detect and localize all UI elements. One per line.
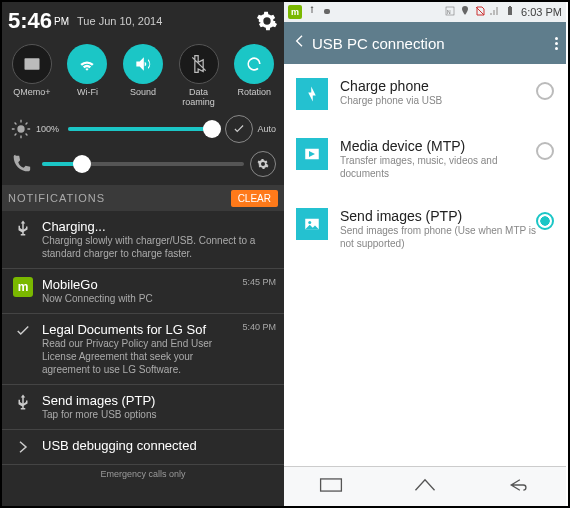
quick-toggle-row: QMemo+ Wi-Fi Sound Data roaming Rotation	[2, 40, 284, 109]
notification-panel: 5:46 PM Tue Jun 10, 2014 QMemo+ Wi-Fi So…	[2, 2, 284, 506]
notification-item[interactable]: m MobileGoNow Connecting with PC 5:45 PM	[2, 269, 284, 314]
option-title: Send images (PTP)	[340, 208, 536, 224]
notification-item[interactable]: Send images (PTP)Tap for more USB option…	[2, 385, 284, 430]
svg-point-9	[308, 221, 311, 224]
notif-title: MobileGo	[42, 277, 242, 292]
chevron-right-icon	[10, 438, 36, 456]
qmemo-toggle[interactable]: QMemo+	[6, 44, 58, 107]
svg-text:N: N	[447, 9, 451, 15]
phone-icon	[10, 153, 32, 175]
page-header: USB PC connection	[284, 22, 566, 64]
emergency-text: Emergency calls only	[2, 465, 284, 483]
overflow-menu-icon[interactable]	[555, 37, 558, 50]
status-time-right: 6:03 PM	[521, 6, 562, 18]
option-ptp[interactable]: Send images (PTP)Send images from phone …	[284, 194, 566, 264]
svg-rect-2	[324, 9, 330, 14]
notification-item[interactable]: USB debugging connected	[2, 430, 284, 465]
svg-rect-6	[509, 6, 511, 7]
wifi-toggle[interactable]: Wi-Fi	[61, 44, 113, 107]
volume-slider[interactable]	[42, 162, 244, 166]
auto-label: Auto	[257, 124, 276, 134]
media-icon	[296, 138, 328, 170]
back-button[interactable]	[506, 475, 532, 499]
notification-item[interactable]: Charging...Charging slowly with charger/…	[2, 211, 284, 269]
notif-title: Send images (PTP)	[42, 393, 276, 408]
mobilego-status-icon: m	[288, 5, 302, 19]
option-sub: Transfer images, music, videos and docum…	[340, 154, 536, 180]
usb-status-icon	[306, 5, 321, 19]
recent-apps-button[interactable]	[318, 475, 344, 499]
battery-status-icon	[504, 5, 519, 19]
auto-brightness-toggle[interactable]	[225, 115, 253, 143]
brightness-percent: 100%	[36, 124, 62, 134]
charge-icon	[296, 78, 328, 110]
radio-button[interactable]	[536, 212, 554, 230]
brightness-icon	[10, 118, 32, 140]
page-title: USB PC connection	[312, 35, 445, 52]
notifications-title: NOTIFICATIONS	[8, 192, 105, 204]
radio-button[interactable]	[536, 142, 554, 160]
notif-title: USB debugging connected	[42, 438, 276, 453]
sound-toggle[interactable]: Sound	[117, 44, 169, 107]
notif-timestamp: 5:45 PM	[242, 277, 276, 305]
data-roaming-toggle[interactable]: Data roaming	[173, 44, 225, 107]
option-title: Media device (MTP)	[340, 138, 536, 154]
check-icon	[10, 322, 36, 376]
image-icon	[296, 208, 328, 240]
option-sub: Charge phone via USB	[340, 94, 536, 107]
nfc-status-icon: N	[444, 5, 459, 19]
radio-button[interactable]	[536, 82, 554, 100]
status-bar-right: m N 6:03 PM	[284, 2, 566, 22]
signal-status-icon	[489, 5, 504, 19]
usb-settings-screen: m N 6:03 PM USB PC connection Charge pho…	[284, 2, 566, 506]
notification-item[interactable]: Legal Documents for LG SofRead our Priva…	[2, 314, 284, 385]
usb-icon	[10, 219, 36, 260]
option-sub: Send images from phone (Use when MTP is …	[340, 224, 536, 250]
location-status-icon	[459, 5, 474, 19]
status-ampm: PM	[54, 16, 69, 27]
home-button[interactable]	[412, 475, 438, 499]
usb-icon	[10, 393, 36, 421]
notif-sub: Now Connecting with PC	[42, 292, 242, 305]
option-title: Charge phone	[340, 78, 536, 94]
back-icon[interactable]	[292, 33, 308, 53]
status-time: 5:46	[8, 8, 52, 34]
no-sim-icon	[474, 5, 489, 19]
notif-sub: Read our Privacy Policy and End User Lic…	[42, 337, 242, 376]
rotation-toggle[interactable]: Rotation	[228, 44, 280, 107]
option-mtp[interactable]: Media device (MTP)Transfer images, music…	[284, 124, 566, 194]
svg-point-1	[17, 125, 24, 132]
status-date: Tue Jun 10, 2014	[77, 15, 162, 27]
notif-title: Charging...	[42, 219, 276, 234]
notif-timestamp: 5:40 PM	[242, 322, 276, 376]
notif-sub: Tap for more USB options	[42, 408, 276, 421]
svg-rect-0	[24, 58, 39, 70]
notif-sub: Charging slowly with charger/USB. Connec…	[42, 234, 276, 260]
notifications-header: NOTIFICATIONS CLEAR	[2, 185, 284, 211]
mobilego-icon: m	[10, 277, 36, 305]
settings-icon[interactable]	[256, 10, 278, 32]
notif-title: Legal Documents for LG Sof	[42, 322, 242, 337]
svg-rect-10	[321, 478, 342, 490]
clear-button[interactable]: CLEAR	[231, 190, 278, 207]
status-bar-left: 5:46 PM Tue Jun 10, 2014	[2, 2, 284, 40]
options-list: Charge phoneCharge phone via USB Media d…	[284, 64, 566, 466]
debug-status-icon	[321, 5, 336, 19]
volume-row	[2, 149, 284, 185]
brightness-slider[interactable]	[68, 127, 219, 131]
svg-rect-5	[508, 7, 512, 15]
brightness-row: 100% Auto	[2, 109, 284, 149]
navigation-bar	[284, 466, 566, 506]
volume-settings-icon[interactable]	[250, 151, 276, 177]
option-charge-phone[interactable]: Charge phoneCharge phone via USB	[284, 64, 566, 124]
